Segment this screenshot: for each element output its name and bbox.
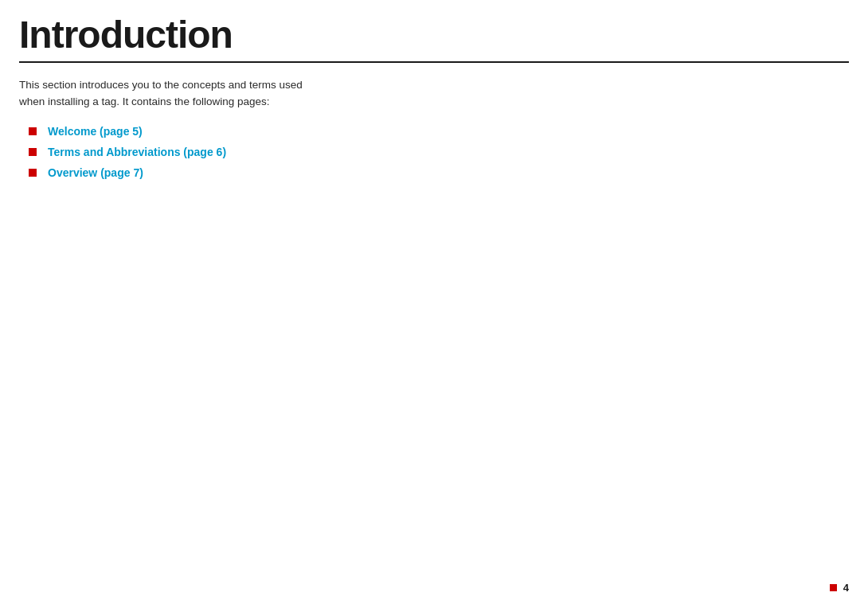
overview-link[interactable]: Overview (page 7) xyxy=(48,166,143,179)
intro-text-line2: when installing a tag. It contains the f… xyxy=(19,95,269,107)
list-section: Welcome (page 5) Terms and Abbreviations… xyxy=(29,125,849,179)
list-item: Welcome (page 5) xyxy=(29,125,849,138)
bullet-square-icon xyxy=(29,148,37,156)
intro-paragraph: This section introduces you to the conce… xyxy=(19,77,401,111)
title-divider xyxy=(19,61,849,63)
page-number: 4 xyxy=(843,582,849,594)
page-number-bullet-icon xyxy=(830,584,837,591)
bullet-square-icon xyxy=(29,127,37,135)
intro-text-line1: This section introduces you to the conce… xyxy=(19,79,303,91)
welcome-link[interactable]: Welcome (page 5) xyxy=(48,125,143,138)
page-number-area: 4 xyxy=(830,582,849,594)
list-item: Overview (page 7) xyxy=(29,166,849,179)
page-title: Introduction xyxy=(19,14,849,57)
bullet-square-icon xyxy=(29,169,37,177)
page-container: Introduction This section introduces you… xyxy=(0,0,868,608)
list-item: Terms and Abbreviations (page 6) xyxy=(29,146,849,158)
terms-link[interactable]: Terms and Abbreviations (page 6) xyxy=(48,146,226,158)
